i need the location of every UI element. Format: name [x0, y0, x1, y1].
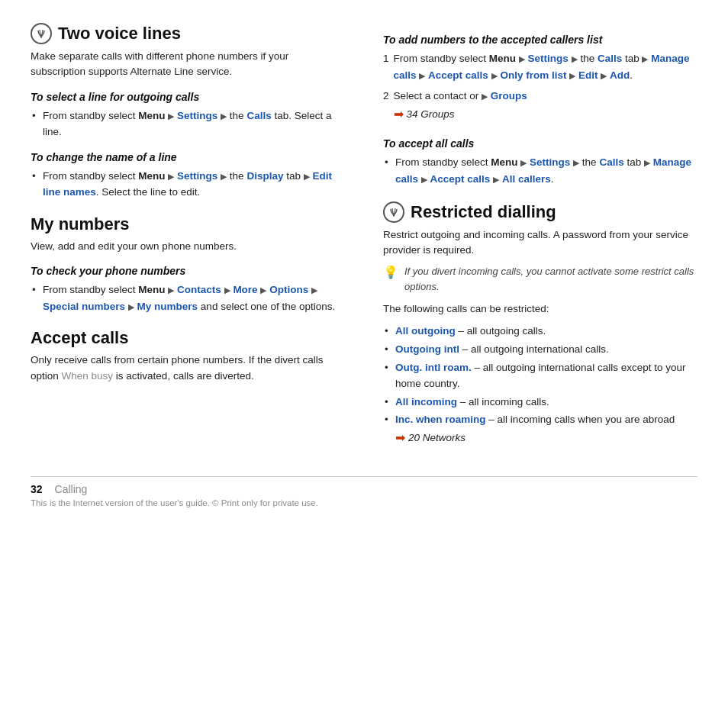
footer: 32 Calling: [31, 476, 697, 495]
step-number: 2: [383, 88, 389, 124]
add-numbers-title: To add numbers to the accepted callers l…: [383, 34, 697, 46]
my-numbers-title: My numbers: [31, 214, 345, 234]
list-item: Inc. when roaming – all incoming calls w…: [383, 411, 697, 447]
list-item: All outgoing – all outgoing calls.: [383, 323, 697, 340]
note-row: 💡 If you divert incoming calls, you cann…: [383, 264, 697, 294]
list-item: Outg. intl roam. – all outgoing internat…: [383, 359, 697, 392]
section-name: Calling: [55, 483, 88, 495]
signal-icon: [31, 23, 52, 44]
right-column: To add numbers to the accepted callers l…: [375, 23, 697, 461]
select-line-list: From standby select Menu ▶ Settings ▶ th…: [31, 108, 345, 140]
step-text: Select a contact or ▶ Groups ➡ 34 Groups: [394, 88, 527, 124]
accept-calls-label: Accept calls: [31, 328, 128, 348]
restricted-dialling-body: Restrict outgoing and incoming calls. A …: [383, 227, 697, 259]
restrict-list: All outgoing – all outgoing calls. Outgo…: [383, 323, 697, 447]
check-phone-numbers-list: From standby select Menu ▶ Contacts ▶ Mo…: [31, 282, 345, 314]
note-text: If you divert incoming calls, you cannot…: [404, 264, 697, 294]
page-number: 32: [31, 483, 43, 495]
section-my-numbers: My numbers View, add and edit your own p…: [31, 214, 345, 314]
list-item: From standby select Menu ▶ Settings ▶ th…: [31, 108, 345, 140]
section-two-voice-lines: Two voice lines Make separate calls with…: [31, 23, 345, 201]
cross-ref-arrow-2: ➡: [395, 428, 405, 448]
restrict-desc: – all incoming calls.: [460, 396, 549, 407]
list-item: Outgoing intl – all outgoing internation…: [383, 341, 697, 358]
list-item: From standby select Menu ▶ Contacts ▶ Mo…: [31, 282, 345, 314]
restrict-label: All outgoing: [395, 325, 456, 337]
list-item: All incoming – all incoming calls.: [383, 394, 697, 411]
when-busy-text: When busy: [62, 370, 114, 382]
svg-point-1: [393, 214, 395, 216]
footer-disclaimer: This is the Internet version of the user…: [31, 498, 697, 507]
signal-icon-2: [383, 201, 404, 223]
cross-ref-text: 34 Groups: [407, 106, 455, 123]
my-numbers-body: View, add and edit your own phone number…: [31, 239, 345, 254]
two-voice-lines-title: Two voice lines: [31, 23, 345, 44]
left-column: Two voice lines Make separate calls with…: [31, 23, 353, 461]
list-item: 1 From standby select Menu ▶ Settings ▶ …: [383, 50, 697, 83]
accept-all-calls-list: From standby select Menu ▶ Settings ▶ th…: [383, 154, 697, 187]
restrict-label: Outgoing intl: [395, 343, 459, 355]
tip-icon: 💡: [383, 265, 398, 279]
restrict-desc: – all outgoing calls.: [459, 325, 546, 337]
accept-all-calls-title: To accept all calls: [383, 137, 697, 150]
cross-ref-arrow: ➡: [394, 105, 404, 124]
select-line-title: To select a line for outgoing calls: [31, 91, 345, 103]
two-voice-lines-body: Make separate calls with different phone…: [31, 49, 345, 80]
change-line-name-title: To change the name of a line: [31, 151, 345, 163]
restricted-dialling-label: Restricted dialling: [411, 202, 556, 222]
add-numbers-list: 1 From standby select Menu ▶ Settings ▶ …: [383, 50, 697, 124]
list-item: From standby select Menu ▶ Settings ▶ th…: [383, 154, 697, 187]
step-number: 1: [383, 50, 389, 83]
restricted-dialling-title: Restricted dialling: [383, 201, 697, 223]
accept-calls-title: Accept calls: [31, 328, 345, 348]
restrict-desc: – all incoming calls when you are abroad: [488, 414, 675, 425]
restrict-desc: – all outgoing international calls.: [462, 343, 609, 355]
page-layout: Two voice lines Make separate calls with…: [31, 23, 697, 461]
section-restricted-dialling: Restricted dialling Restrict outgoing an…: [383, 201, 697, 448]
step-text: From standby select Menu ▶ Settings ▶ th…: [394, 50, 697, 83]
accept-calls-body: Only receive calls from certain phone nu…: [31, 353, 345, 384]
footer-area: 32 Calling This is the Internet version …: [31, 476, 697, 507]
restrict-label: Outg. intl roam.: [395, 362, 472, 373]
cross-ref-text-2: 20 Networks: [408, 430, 465, 446]
check-phone-numbers-title: To check your phone numbers: [31, 265, 345, 277]
following-text: The following calls can be restricted:: [383, 301, 697, 317]
my-numbers-label: My numbers: [31, 214, 130, 234]
list-item: 2 Select a contact or ▶ Groups ➡ 34 Grou…: [383, 88, 697, 124]
list-item: From standby select Menu ▶ Settings ▶ th…: [31, 168, 345, 201]
restrict-label: Inc. when roaming: [395, 414, 486, 425]
section-accept-calls: Accept calls Only receive calls from cer…: [31, 328, 345, 384]
restrict-label: All incoming: [395, 396, 457, 407]
svg-point-0: [40, 36, 42, 37]
two-voice-lines-label: Two voice lines: [58, 24, 181, 43]
section-add-numbers: To add numbers to the accepted callers l…: [383, 34, 697, 124]
change-line-name-list: From standby select Menu ▶ Settings ▶ th…: [31, 168, 345, 201]
section-accept-all-calls: To accept all calls From standby select …: [383, 137, 697, 187]
